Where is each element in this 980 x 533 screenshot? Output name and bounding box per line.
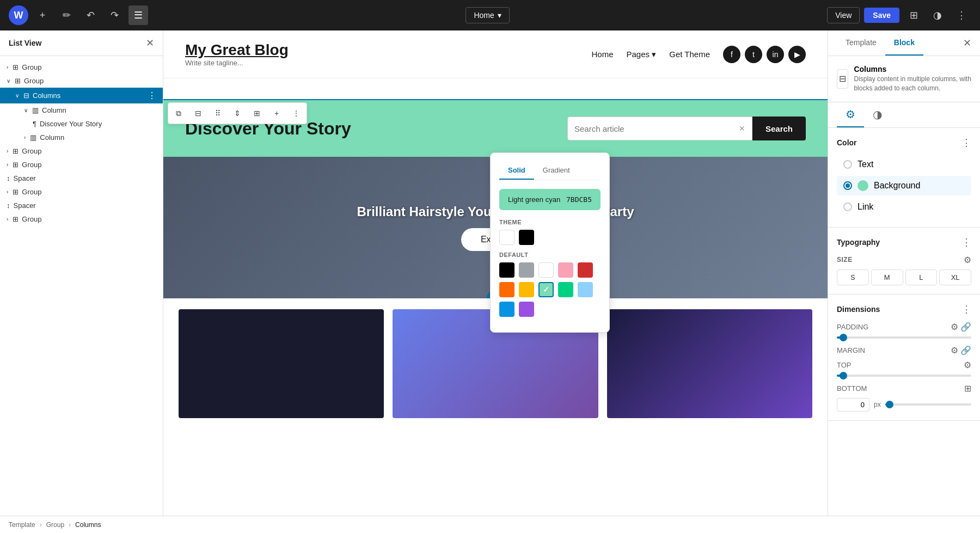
facebook-icon[interactable]: f [723,46,740,63]
background-color-row[interactable]: Background [837,176,971,195]
tree-item-group-1[interactable]: › ⊞ Group [0,60,163,74]
theme-swatch-black[interactable] [519,230,534,245]
swatch-yellow[interactable] [519,282,534,297]
instagram-icon[interactable]: in [767,46,784,63]
tree-item-group-3[interactable]: › ⊞ Group [0,144,163,158]
swatch-pink[interactable] [558,262,573,278]
columns-context-menu[interactable]: ⋮ [148,90,156,101]
swatch-green[interactable] [558,282,573,297]
block-tab[interactable]: Block [885,30,923,56]
tree-item-label-columns: Columns [33,91,60,100]
drag-handle[interactable]: ⠿ [209,105,226,122]
right-tabs: Template Block [837,30,923,56]
swatch-gray[interactable] [519,262,534,278]
search-input[interactable] [574,124,739,133]
block-toolbar-area: ⧉ ⊟ ⠿ ⇕ ⊞ + ⋮ Discover Your Story ✕ [163,100,828,157]
close-sidebar-button[interactable]: ✕ [146,37,154,49]
close-right-sidebar-button[interactable]: ✕ [963,37,971,49]
tree-item-spacer-1[interactable]: ↕ Spacer [0,171,163,185]
swatch-blue[interactable] [499,302,514,317]
align-button[interactable]: ⊞ [248,105,266,122]
tree-item-group-5[interactable]: › ⊞ Group [0,185,163,199]
tools-button[interactable]: ✏ [57,5,76,25]
column-block-icon-2: ▥ [30,133,36,142]
nav-get-theme[interactable]: Get Theme [669,50,710,59]
nav-pages[interactable]: Pages [627,50,657,59]
margin-settings-icon[interactable]: ⚙ [951,345,958,356]
tree-item-columns[interactable]: ∨ ⊟ Columns ⋮ [0,88,163,103]
bottom-margin-slider[interactable] [885,403,971,406]
undo-button[interactable]: ↶ [81,5,100,25]
size-settings-button[interactable]: ⚙ [964,255,971,265]
template-tab[interactable]: Template [837,30,885,56]
typography-more-button[interactable]: ⋮ [961,236,971,248]
gradient-tab[interactable]: Gradient [534,162,579,180]
bottom-margin-input[interactable] [837,398,869,412]
color-more-button[interactable]: ⋮ [961,137,971,149]
list-view-button[interactable]: ☰ [128,5,148,25]
swatch-light-blue[interactable] [578,282,593,297]
padding-slider-thumb[interactable] [840,334,847,341]
padding-settings-icon[interactable]: ⚙ [951,322,958,332]
solid-tab[interactable]: Solid [499,162,534,180]
padding-slider[interactable] [837,336,971,339]
home-dropdown[interactable]: Home ▾ [465,7,509,23]
tree-item-spacer-2[interactable]: ↕ Spacer [0,199,163,212]
size-s-button[interactable]: S [837,269,869,285]
text-color-row[interactable]: Text [837,155,971,174]
color-preview[interactable]: Light green cyan 7BDCB5 [499,189,601,210]
size-l-button[interactable]: L [905,269,938,285]
swatch-red[interactable] [578,262,593,278]
tree-item-group-4[interactable]: › ⊞ Group [0,158,163,171]
breadcrumb-group[interactable]: Group [46,521,64,529]
size-xl-button[interactable]: XL [939,269,971,285]
move-block-button[interactable]: ⇕ [229,105,246,122]
link-color-row[interactable]: Link [837,198,971,216]
tree-item-group-6[interactable]: › ⊞ Group [0,212,163,226]
block-settings-tab[interactable]: ⚙ [837,102,864,127]
block-style-tab[interactable]: ◑ [864,102,891,127]
block-name: Columns [854,65,971,73]
padding-link-icon[interactable]: 🔗 [960,322,971,332]
youtube-icon[interactable]: ▶ [788,46,806,63]
redo-button[interactable]: ↷ [105,5,124,25]
search-button[interactable]: Search [752,117,806,140]
layout-icon-button[interactable]: ⊞ [904,5,923,25]
add-block-button[interactable]: + [33,5,52,25]
nav-home[interactable]: Home [592,50,614,59]
tree-item-discover[interactable]: ¶ Discover Your Story [0,117,163,131]
dimensions-more-button[interactable]: ⋮ [961,303,971,315]
view-button[interactable]: View [827,7,860,23]
add-block-inline-button[interactable]: + [268,105,285,122]
save-button[interactable]: Save [864,8,899,23]
breadcrumb-template[interactable]: Template [9,521,35,529]
top-settings-icon[interactable]: ⚙ [964,360,971,370]
swatch-purple[interactable] [519,302,534,317]
dark-mode-button[interactable]: ◑ [928,5,947,25]
top-margin-slider[interactable] [837,375,971,377]
bottom-slider-thumb[interactable] [886,401,893,408]
theme-swatch-white[interactable] [499,230,514,245]
tree-item-group-2[interactable]: ∨ ⊞ Group [0,74,163,88]
swatch-black[interactable] [499,262,514,278]
sidebar-header: List View ✕ [0,30,163,56]
size-m-button[interactable]: M [871,269,903,285]
twitter-icon[interactable]: t [745,46,762,63]
more-block-options[interactable]: ⋮ [287,105,305,122]
wordpress-logo[interactable]: W [9,5,28,25]
more-options-button[interactable]: ⋮ [952,5,971,25]
top-slider-thumb[interactable] [840,372,847,379]
chevron-right-icon-col2: › [24,134,26,140]
bottom-settings-icon[interactable]: ⊞ [964,383,971,394]
columns-layout-button[interactable]: ⊟ [189,105,207,122]
margin-link-icon[interactable]: 🔗 [960,345,971,356]
tree-item-column-1[interactable]: ∨ ▥ Column [0,103,163,117]
breadcrumb-columns[interactable]: Columns [75,521,101,529]
search-clear-icon[interactable]: ✕ [739,124,745,133]
swatch-green-cyan[interactable] [538,282,554,297]
swatch-white[interactable] [538,262,554,278]
group-block-icon-6: ⊞ [13,215,19,223]
copy-block-button[interactable]: ⧉ [170,105,187,122]
tree-item-column-2[interactable]: › ▥ Column [0,131,163,144]
swatch-orange[interactable] [499,282,514,297]
